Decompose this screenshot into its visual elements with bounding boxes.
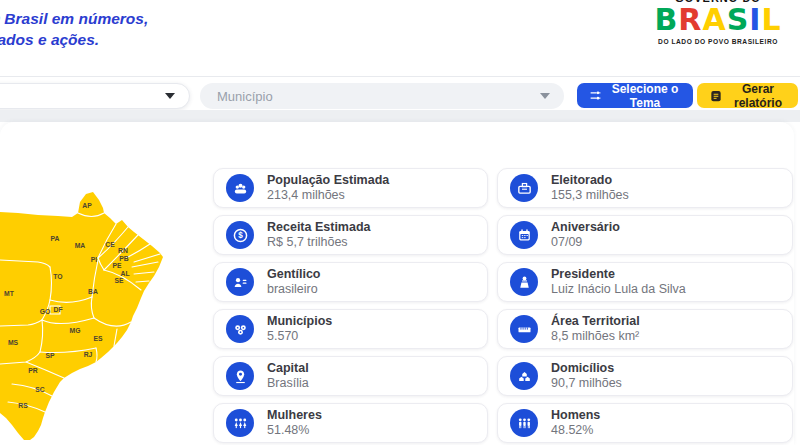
municipality-placeholder: Município: [217, 89, 273, 104]
stat-card-value: 07/09: [551, 235, 620, 250]
state-label-pa[interactable]: PA: [51, 235, 60, 242]
stat-card-value: 51.48%: [267, 423, 322, 438]
id-card-icon: [226, 268, 254, 296]
stat-card: Capital Brasília: [213, 356, 488, 396]
governo-do-brasil-logo: GOVERNO DO BRASIL DO LADO DO POVO BRASIL…: [648, 0, 788, 45]
generate-report-label: Gerar relatório: [730, 82, 786, 110]
logo-brasil-wordmark: BRASIL: [648, 4, 788, 36]
stat-cards-grid: População Estimada 213,4 milhões Eleitor…: [213, 168, 793, 443]
state-label-rs[interactable]: RS: [18, 402, 28, 409]
header: O Brasil em números, dados e ações. GOVE…: [0, 0, 800, 77]
people-group-icon: [226, 174, 254, 202]
stat-card: Eleitorado 155,3 milhões: [497, 168, 793, 208]
filter-bar: Município Selecione o Tema Gerar relatór…: [0, 77, 800, 110]
state-label-se[interactable]: SE: [114, 277, 124, 284]
svg-text:$: $: [238, 231, 243, 240]
stat-card: Presidente Luiz Inácio Lula da Silva: [497, 262, 793, 302]
stat-card-value: Brasília: [267, 376, 309, 391]
brazil-map[interactable]: APPAMACERNPBPEALSEPITOBAMTGODFMGESMSSPRJ…: [0, 150, 175, 445]
tagline-line1: O Brasil em números,: [0, 8, 148, 29]
stat-card-label: Aniversário: [551, 220, 620, 235]
state-label-al[interactable]: AL: [120, 270, 129, 277]
state-label-ba[interactable]: BA: [88, 288, 98, 295]
brasil-em-numeros-dashboard: O Brasil em números, dados e ações. GOVE…: [0, 0, 800, 445]
state-label-to[interactable]: TO: [53, 273, 62, 280]
state-label-es[interactable]: ES: [93, 335, 103, 342]
generate-report-button[interactable]: Gerar relatório: [697, 83, 798, 108]
state-label-df[interactable]: DF: [53, 306, 62, 313]
state-label-pr[interactable]: PR: [28, 367, 38, 374]
brand-letter: I: [749, 4, 761, 36]
stat-card-value: 90,7 milhões: [551, 376, 622, 391]
municipality-select[interactable]: Município: [200, 83, 564, 109]
stat-card-label: Presidente: [551, 267, 686, 282]
report-icon: [709, 89, 723, 103]
stat-card-label: Capital: [267, 361, 309, 376]
state-select[interactable]: [0, 83, 190, 109]
state-label-ap[interactable]: AP: [82, 202, 92, 209]
sliders-icon: [589, 89, 602, 102]
stat-card: $ Receita Estimada R$ 5,7 trilhões: [213, 215, 488, 255]
brand-letter: R: [678, 4, 702, 36]
stat-card-label: Eleitorado: [551, 173, 629, 188]
stat-card-value: 8,5 milhões km²: [551, 329, 640, 344]
brand-letter: L: [761, 4, 781, 36]
stat-card-label: Homens: [551, 408, 600, 423]
ballot-box-icon: [510, 174, 538, 202]
brand-letter: B: [654, 4, 678, 36]
stat-card-label: População Estimada: [267, 173, 389, 188]
stat-card-value: R$ 5,7 trilhões: [267, 235, 371, 250]
site-tagline: O Brasil em números, dados e ações.: [0, 8, 148, 51]
podium-icon: [510, 268, 538, 296]
state-label-mg[interactable]: MG: [70, 327, 81, 334]
background-band: [0, 110, 800, 122]
stat-card-label: Domicílios: [551, 361, 622, 376]
state-label-pe[interactable]: PE: [112, 262, 122, 269]
stat-card: População Estimada 213,4 milhões: [213, 168, 488, 208]
select-theme-label: Selecione o Tema: [609, 82, 681, 110]
stat-card-value: brasileiro: [267, 282, 320, 297]
ruler-icon: [510, 315, 538, 343]
state-label-go[interactable]: GO: [40, 308, 51, 315]
stat-card-label: Área Territorial: [551, 314, 640, 329]
state-label-ms[interactable]: MS: [8, 339, 19, 346]
men-icon: [510, 409, 538, 437]
state-label-mt[interactable]: MT: [4, 290, 15, 297]
stat-card: Domicílios 90,7 milhões: [497, 356, 793, 396]
stat-card-label: Gentílico: [267, 267, 320, 282]
stat-card: Mulheres 51.48%: [213, 403, 488, 443]
stat-card: Municípios 5.570: [213, 309, 488, 349]
women-icon: [226, 409, 254, 437]
state-label-pb[interactable]: PB: [119, 255, 129, 262]
brand-letter: S: [727, 4, 750, 36]
state-label-ma[interactable]: MA: [75, 242, 86, 249]
stat-card-value: 155,3 milhões: [551, 188, 629, 203]
stat-card-value: 48.52%: [551, 423, 600, 438]
select-theme-button[interactable]: Selecione o Tema: [577, 83, 693, 108]
state-label-sc[interactable]: SC: [35, 386, 45, 393]
stat-card: Homens 48.52%: [497, 403, 793, 443]
stat-card-label: Mulheres: [267, 408, 322, 423]
stat-card: Aniversário 07/09: [497, 215, 793, 255]
chevron-down-icon: [540, 93, 550, 99]
brand-letter: A: [702, 4, 726, 36]
houses-icon: [510, 362, 538, 390]
stat-card: Área Territorial 8,5 milhões km²: [497, 309, 793, 349]
municipalities-icon: [226, 315, 254, 343]
state-label-rj[interactable]: RJ: [84, 351, 93, 358]
stat-card-label: Receita Estimada: [267, 220, 371, 235]
money-icon: $: [226, 221, 254, 249]
map-pin-icon: [226, 362, 254, 390]
calendar-icon: [510, 221, 538, 249]
state-label-ce[interactable]: CE: [105, 241, 115, 248]
stat-card-value: 213,4 milhões: [267, 188, 389, 203]
stat-card: Gentílico brasileiro: [213, 262, 488, 302]
chevron-down-icon: [165, 93, 175, 99]
tagline-line2: dados e ações.: [0, 29, 148, 50]
state-label-rn[interactable]: RN: [118, 247, 128, 254]
state-label-pi[interactable]: PI: [91, 256, 98, 263]
state-label-sp[interactable]: SP: [45, 352, 55, 359]
stat-card-label: Municípios: [267, 314, 332, 329]
stat-card-value: Luiz Inácio Lula da Silva: [551, 282, 686, 297]
logo-subtitle: DO LADO DO POVO BRASILEIRO: [648, 38, 788, 45]
